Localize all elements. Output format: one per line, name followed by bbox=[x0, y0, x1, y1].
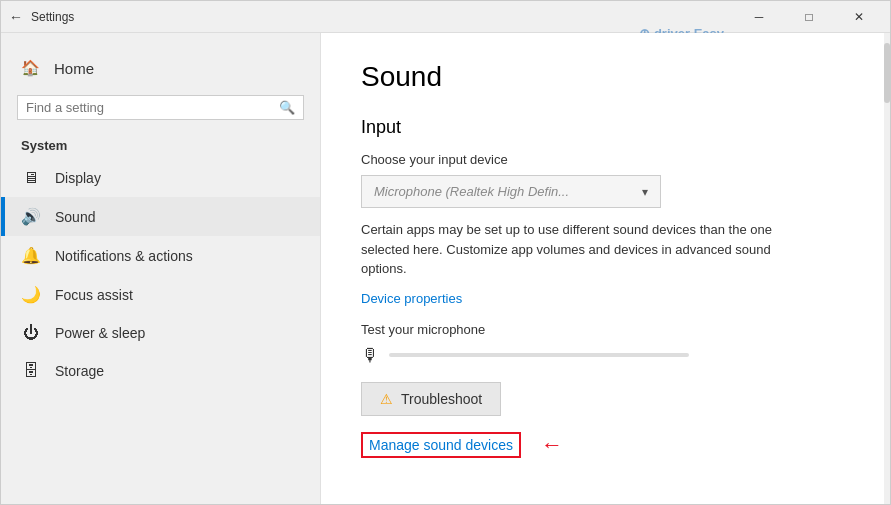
sidebar-item-home[interactable]: 🏠 Home bbox=[1, 49, 320, 87]
microphone-section: Test your microphone 🎙 bbox=[361, 322, 850, 366]
arrow-indicator: ← bbox=[541, 432, 563, 458]
search-box: 🔍 bbox=[17, 95, 304, 120]
manage-sound-devices-link[interactable]: Manage sound devices bbox=[369, 437, 513, 453]
sidebar: 🏠 Home 🔍 System 🖥 Display 🔊 Sound 🔔 Noti… bbox=[1, 33, 321, 504]
search-input[interactable] bbox=[26, 100, 279, 115]
sidebar-item-display[interactable]: 🖥 Display bbox=[1, 159, 320, 197]
sidebar-item-display-label: Display bbox=[55, 170, 101, 186]
titlebar: ← Settings ⊕ driver Easy www.DriverEasy.… bbox=[1, 1, 890, 33]
sidebar-item-notifications-label: Notifications & actions bbox=[55, 248, 193, 264]
search-icon[interactable]: 🔍 bbox=[279, 100, 295, 115]
manage-link-wrapper: Manage sound devices bbox=[361, 432, 521, 458]
mic-level-bar bbox=[389, 353, 689, 357]
focus-icon: 🌙 bbox=[21, 285, 41, 304]
page-title: Sound bbox=[361, 61, 850, 93]
display-icon: 🖥 bbox=[21, 169, 41, 187]
sidebar-item-power-label: Power & sleep bbox=[55, 325, 145, 341]
mic-row: 🎙 bbox=[361, 345, 850, 366]
scrollbar[interactable] bbox=[884, 33, 890, 504]
close-button[interactable]: ✕ bbox=[836, 1, 882, 33]
sidebar-item-sound[interactable]: 🔊 Sound bbox=[1, 197, 320, 236]
scrollbar-thumb bbox=[884, 43, 890, 103]
window-controls: ─ □ ✕ bbox=[736, 1, 882, 33]
sidebar-home-label: Home bbox=[54, 60, 94, 77]
sidebar-item-notifications[interactable]: 🔔 Notifications & actions bbox=[1, 236, 320, 275]
input-device-value: Microphone (Realtek High Defin... bbox=[374, 184, 569, 199]
sidebar-item-storage-label: Storage bbox=[55, 363, 104, 379]
manage-row: Manage sound devices ← bbox=[361, 432, 850, 458]
sound-icon: 🔊 bbox=[21, 207, 41, 226]
sidebar-item-power[interactable]: ⏻ Power & sleep bbox=[1, 314, 320, 352]
input-device-label: Choose your input device bbox=[361, 152, 850, 167]
sidebar-section-title: System bbox=[1, 132, 320, 159]
sidebar-item-storage[interactable]: 🗄 Storage bbox=[1, 352, 320, 390]
sidebar-item-focus-label: Focus assist bbox=[55, 287, 133, 303]
troubleshoot-button[interactable]: ⚠ Troubleshoot bbox=[361, 382, 501, 416]
sidebar-item-focus[interactable]: 🌙 Focus assist bbox=[1, 275, 320, 314]
main-content: Sound Input Choose your input device Mic… bbox=[321, 33, 890, 504]
storage-icon: 🗄 bbox=[21, 362, 41, 380]
input-section-title: Input bbox=[361, 117, 850, 138]
minimize-button[interactable]: ─ bbox=[736, 1, 782, 33]
home-icon: 🏠 bbox=[21, 59, 40, 77]
description-text: Certain apps may be set up to use differ… bbox=[361, 220, 801, 279]
maximize-button[interactable]: □ bbox=[786, 1, 832, 33]
titlebar-title: Settings bbox=[31, 10, 74, 24]
microphone-icon: 🎙 bbox=[361, 345, 379, 366]
power-icon: ⏻ bbox=[21, 324, 41, 342]
sidebar-item-sound-label: Sound bbox=[55, 209, 95, 225]
warning-icon: ⚠ bbox=[380, 391, 393, 407]
input-device-dropdown[interactable]: Microphone (Realtek High Defin... ▾ bbox=[361, 175, 661, 208]
notifications-icon: 🔔 bbox=[21, 246, 41, 265]
mic-test-label: Test your microphone bbox=[361, 322, 850, 337]
dropdown-arrow-icon: ▾ bbox=[642, 185, 648, 199]
back-button[interactable]: ← bbox=[9, 9, 23, 25]
troubleshoot-label: Troubleshoot bbox=[401, 391, 482, 407]
device-properties-link[interactable]: Device properties bbox=[361, 291, 462, 306]
